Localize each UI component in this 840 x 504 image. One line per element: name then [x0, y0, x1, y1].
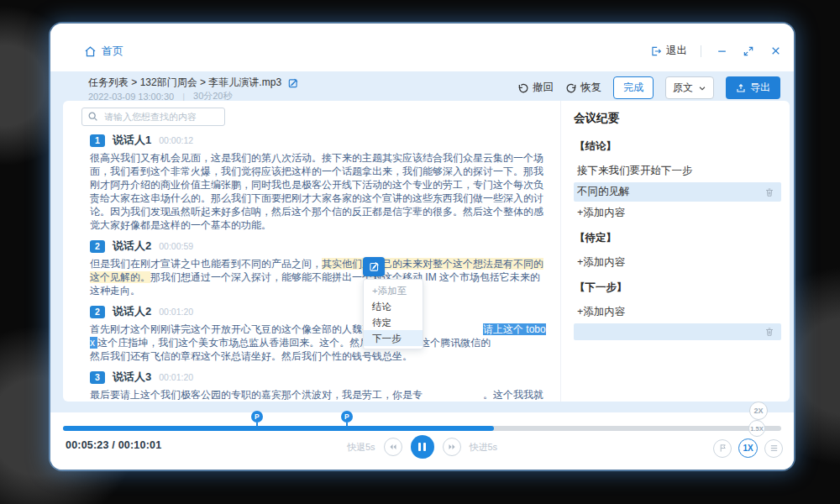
minutes-pane: 会议纪要 【结论】 接下来我们要开始下一步 不同的见解 +添加内容 【待定】 +… [561, 101, 790, 402]
add-to-popup: +添加至 结论 待定 下一步 [363, 257, 423, 349]
exit-label: 退出 [666, 44, 687, 58]
speaker-name: 说话人2 [113, 304, 151, 319]
pencil-square-icon [369, 261, 380, 272]
exit-icon [650, 45, 662, 57]
playlist-button[interactable] [764, 439, 783, 458]
marker-stem [346, 423, 348, 427]
export-label: 导出 [750, 81, 770, 95]
export-icon [736, 83, 746, 93]
pause-icon [418, 443, 421, 451]
home-label: 首页 [102, 44, 123, 59]
breadcrumb[interactable]: 任务列表 > 132部门周会 > 李菲儿演讲.mp3 [88, 76, 299, 90]
chevron-down-icon [698, 84, 706, 92]
add-content-button[interactable]: +添加内容 [574, 253, 781, 272]
menu-item-next-step[interactable]: 下一步 [364, 330, 423, 346]
app-window: 首页 退出 任务列表 > 132部门周会 > 李菲儿演讲.mp3 [50, 24, 794, 470]
speaker-timestamp[interactable]: 00:00:59 [159, 241, 193, 251]
search-icon [87, 111, 98, 122]
pause-icon [423, 443, 426, 451]
marker-pin-icon: P [341, 411, 353, 423]
file-datetime: 2022-03-09 13:00:30 [88, 92, 174, 102]
trash-icon[interactable] [764, 327, 774, 337]
window-header: 首页 退出 [50, 24, 794, 71]
flag-button[interactable] [713, 439, 732, 458]
speaker-name: 说话人3 [113, 370, 151, 385]
add-to-menu: +添加至 结论 待定 下一步 [363, 279, 423, 349]
meta-divider: | [182, 92, 185, 102]
progress-track[interactable]: P P [63, 426, 781, 431]
redo-icon [565, 82, 577, 94]
transcript-paragraph[interactable]: 但是我们在刚才宣讲之中也能看到不同的产品之间，其实他们对自己的未来对整个这个想法… [90, 257, 547, 297]
rewind-label: 快退5s [347, 441, 375, 454]
speaker-timestamp[interactable]: 00:01:20 [159, 307, 193, 317]
rename-icon[interactable] [287, 77, 299, 89]
menu-item-conclusion[interactable]: 结论 [364, 298, 423, 314]
minutes-heading-conclusion: 【结论】 [575, 139, 781, 154]
editor-card: 1 说话人1 00:00:12 很高兴我们又有机会见面，这是我们的第八次活动。接… [63, 101, 790, 402]
marker-pin-icon: P [251, 411, 263, 423]
search-box [81, 108, 225, 126]
home-nav[interactable]: 首页 [84, 44, 123, 59]
speaker-badge: 1 [90, 134, 105, 147]
minutes-title: 会议纪要 [574, 111, 781, 126]
forward-button[interactable] [443, 438, 461, 456]
done-button[interactable]: 完成 [613, 76, 654, 99]
export-button[interactable]: 导出 [726, 76, 780, 99]
minutes-item-selected[interactable]: 不同的见解 [574, 182, 781, 202]
speed-option-2x[interactable]: 2X [749, 402, 768, 420]
transcript-block: 2 说话人2 00:01:20 首先刚才这个刚刚讲完这个开放开心飞豆的这个像全部… [90, 304, 547, 363]
progress-marker[interactable]: P [341, 411, 353, 429]
search-input[interactable] [81, 108, 225, 126]
transcript-block: 2 说话人2 00:00:59 但是我们在刚才宣讲之中也能看到不同的产品之间，其… [90, 239, 547, 297]
exit-button[interactable]: 退出 [650, 44, 687, 58]
speaker-badge: 3 [90, 371, 105, 384]
home-icon [84, 45, 97, 58]
menu-item-add-to: +添加至 [364, 282, 423, 298]
forward-label: 快进5s [470, 441, 498, 454]
edit-selection-button[interactable] [363, 257, 385, 276]
undo-label: 撤回 [533, 81, 554, 95]
redo-label: 恢复 [580, 81, 601, 95]
speed-current-button[interactable]: 1X [738, 438, 758, 458]
minutes-heading-pending: 【待定】 [575, 231, 781, 245]
trash-icon[interactable] [764, 187, 774, 197]
progress-fill [63, 426, 494, 431]
header-divider [701, 45, 701, 57]
redo-button[interactable]: 恢复 [565, 81, 601, 95]
close-button[interactable] [769, 45, 782, 58]
menu-item-pending[interactable]: 待定 [364, 314, 423, 330]
marker-stem [256, 423, 258, 427]
content-area: 任务列表 > 132部门周会 > 李菲儿演讲.mp3 2022-03-09 13… [50, 71, 794, 412]
transcript-paragraph[interactable]: 首先刚才这个刚刚讲完这个开放开心飞豆的这个像全部的人魏亮来这个魏 请上这个 to… [90, 323, 547, 363]
speed-option-1-5x[interactable]: 1.5X [748, 420, 765, 437]
minutes-item[interactable]: 接下来我们要开始下一步 [574, 161, 781, 181]
view-select-value: 原文 [673, 81, 693, 95]
undo-icon [517, 82, 529, 94]
add-content-button[interactable]: +添加内容 [574, 302, 781, 322]
speaker-timestamp[interactable]: 00:01:20 [159, 372, 193, 382]
speaker-badge: 2 [90, 240, 105, 253]
transcript-pane: 1 说话人1 00:00:12 很高兴我们又有机会见面，这是我们的第八次活动。接… [63, 101, 561, 402]
transcript-block: 1 说话人1 00:00:12 很高兴我们又有机会见面，这是我们的第八次活动。接… [90, 133, 547, 232]
undo-button[interactable]: 撤回 [517, 81, 554, 95]
minimize-button[interactable] [715, 45, 728, 58]
progress-marker[interactable]: P [251, 411, 263, 429]
speaker-name: 说话人1 [113, 133, 151, 148]
audio-player: P P 00:05:23 / 00:10:01 快退5s 快进5s 1 [50, 412, 794, 470]
transcript-block: 3 说话人3 00:01:20 最后要请上这个我们极客公园的专职的嘉宾那个洪波对… [90, 370, 547, 402]
transcript-paragraph[interactable]: 最后要请上这个我们极客公园的专职的嘉宾那个洪波对，我是劳工，你是专 。这个我我就… [90, 388, 547, 402]
speaker-timestamp[interactable]: 00:00:12 [159, 135, 193, 145]
minutes-heading-next: 【下一步】 [575, 281, 781, 295]
add-content-button[interactable]: +添加内容 [574, 203, 781, 223]
view-select[interactable]: 原文 [665, 76, 714, 99]
maximize-button[interactable] [742, 45, 755, 58]
pause-button[interactable] [411, 435, 434, 459]
rewind-button[interactable] [384, 438, 402, 456]
speaker-name: 说话人2 [113, 239, 151, 254]
transcript-paragraph[interactable]: 很高兴我们又有机会见面，这是我们的第八次活动。接下来的主题其实应该结合我们众星云… [90, 151, 547, 232]
minutes-item-empty[interactable] [574, 323, 781, 340]
breadcrumb-text: 任务列表 > 132部门周会 > 李菲儿演讲.mp3 [88, 76, 281, 90]
speaker-badge: 2 [90, 306, 105, 318]
